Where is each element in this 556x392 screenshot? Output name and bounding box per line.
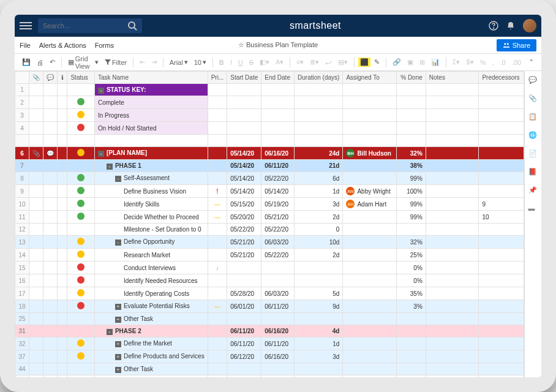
start-cell[interactable]: [227, 274, 261, 287]
undo-icon[interactable]: ↶: [47, 57, 58, 67]
attach-cell[interactable]: [29, 325, 43, 337]
collapse-icon[interactable]: -: [107, 329, 113, 335]
table-row[interactable]: 37 +Define Products and Services 06/12/2…: [15, 350, 524, 363]
end-cell[interactable]: [261, 122, 295, 135]
task-cell[interactable]: Identify Skills: [94, 198, 208, 211]
start-cell[interactable]: 05/21/20: [227, 236, 261, 249]
pred-cell[interactable]: [479, 236, 524, 249]
task-cell[interactable]: Define Business Vision: [94, 185, 208, 198]
info-cell[interactable]: [58, 160, 67, 172]
menu-icon[interactable]: [20, 20, 32, 32]
assigned-cell[interactable]: [343, 325, 396, 337]
info-cell[interactable]: [58, 274, 67, 287]
status-cell[interactable]: [67, 249, 94, 262]
pred-cell[interactable]: [479, 325, 524, 337]
table-row[interactable]: 25 +Other Task: [15, 313, 524, 325]
start-cell[interactable]: 05/14/20: [227, 147, 261, 160]
sum-icon[interactable]: Σ▾: [450, 57, 463, 67]
done-cell[interactable]: 35%: [396, 287, 426, 300]
attach-header[interactable]: 📎: [29, 72, 43, 84]
collapse-icon[interactable]: -: [115, 176, 121, 182]
notes-cell[interactable]: [426, 313, 479, 325]
assigned-cell[interactable]: AWAbby Wright: [343, 185, 396, 198]
notes-cell[interactable]: [426, 84, 479, 96]
comment-header[interactable]: 💬: [43, 72, 58, 84]
task-cell[interactable]: Research Market: [94, 249, 208, 262]
task-cell[interactable]: +Other Task: [94, 363, 208, 375]
attach-cell[interactable]: [29, 211, 43, 224]
done-cell[interactable]: [396, 109, 426, 122]
status-cell[interactable]: [67, 160, 94, 172]
decimal-dec-icon[interactable]: .00: [509, 58, 524, 67]
done-cell[interactable]: 25%: [396, 249, 426, 262]
task-cell[interactable]: -PHASE 2: [94, 325, 208, 337]
attach-cell[interactable]: [29, 96, 43, 109]
bell-icon[interactable]: [506, 21, 516, 31]
task-cell[interactable]: Milestone - Set Duration to 0: [94, 224, 208, 236]
assignee-chip[interactable]: AHAdam Hart: [346, 200, 386, 208]
pri-cell[interactable]: ↓: [208, 262, 227, 274]
table-row[interactable]: 15 Conduct Interviews ↓ 0%: [15, 262, 524, 274]
pred-cell[interactable]: [479, 96, 524, 109]
done-cell[interactable]: [396, 325, 426, 337]
notes-cell[interactable]: [426, 274, 479, 287]
notes-cell[interactable]: [426, 211, 479, 224]
pri-cell[interactable]: [208, 363, 227, 375]
attach-cell[interactable]: [29, 236, 43, 249]
attach-cell[interactable]: [29, 249, 43, 262]
assigned-cell[interactable]: [343, 84, 396, 96]
comment-cell[interactable]: 💬: [43, 147, 58, 160]
table-row[interactable]: 18 +Evaluate Potential Risks — 06/01/20 …: [15, 300, 524, 313]
start-cell[interactable]: 05/21/20: [227, 249, 261, 262]
comment-cell[interactable]: [43, 172, 58, 185]
attach-cell[interactable]: [29, 224, 43, 236]
notes-cell[interactable]: [426, 224, 479, 236]
dur-cell[interactable]: 24d: [295, 147, 343, 160]
end-cell[interactable]: [261, 96, 295, 109]
dur-cell[interactable]: 1d: [295, 337, 343, 350]
end-cell[interactable]: [261, 363, 295, 375]
assigned-cell[interactable]: [343, 236, 396, 249]
start-cell[interactable]: [227, 262, 261, 274]
table-row[interactable]: 7 -PHASE 1 05/14/20 06/11/20 21d 38%: [15, 160, 524, 172]
table-row[interactable]: 17 Identify Operating Costs 05/28/20 06/…: [15, 287, 524, 300]
task-cell[interactable]: Identify Operating Costs: [94, 287, 208, 300]
table-row[interactable]: 16 Identify Needed Resources 0%: [15, 274, 524, 287]
task-cell[interactable]: Complete: [94, 96, 208, 109]
table-row[interactable]: 11 Decide Whether to Proceed — 05/20/20 …: [15, 211, 524, 224]
notes-header[interactable]: Notes: [426, 72, 479, 84]
end-cell[interactable]: [261, 109, 295, 122]
status-cell[interactable]: [67, 172, 94, 185]
done-cell[interactable]: [396, 84, 426, 96]
info-cell[interactable]: [58, 96, 67, 109]
dur-cell[interactable]: 3d: [295, 350, 343, 363]
pri-cell[interactable]: [208, 122, 227, 135]
pri-cell[interactable]: [208, 274, 227, 287]
menu-alerts[interactable]: Alerts & Actions: [39, 42, 86, 49]
notes-cell[interactable]: [426, 236, 479, 249]
grid[interactable]: 📎 💬 ℹ Status Task Name Pri... Start Date…: [15, 71, 524, 377]
notes-cell[interactable]: [426, 160, 479, 172]
assigned-cell[interactable]: [343, 287, 396, 300]
notes-cell[interactable]: [426, 122, 479, 135]
comment-cell[interactable]: [43, 313, 58, 325]
done-cell[interactable]: 99%: [396, 172, 426, 185]
table-row[interactable]: 8 -Self-Assessment 05/14/20 05/22/20 6d …: [15, 172, 524, 185]
assigned-cell[interactable]: [343, 363, 396, 375]
done-cell[interactable]: 99%: [396, 211, 426, 224]
pred-cell[interactable]: [479, 287, 524, 300]
info-cell[interactable]: [58, 236, 67, 249]
attach-cell[interactable]: [29, 274, 43, 287]
attach-cell[interactable]: [29, 122, 43, 135]
end-cell[interactable]: 06/11/20: [261, 300, 295, 313]
status-cell[interactable]: [67, 313, 94, 325]
start-cell[interactable]: [227, 313, 261, 325]
comment-cell[interactable]: [43, 249, 58, 262]
done-cell[interactable]: 0%: [396, 262, 426, 274]
end-cell[interactable]: 06/03/20: [261, 287, 295, 300]
assigned-cell[interactable]: [343, 262, 396, 274]
end-cell[interactable]: 05/19/20: [261, 198, 295, 211]
end-cell[interactable]: [261, 84, 295, 96]
pred-cell[interactable]: 9: [479, 198, 524, 211]
task-cell[interactable]: Identify Needed Resources: [94, 274, 208, 287]
